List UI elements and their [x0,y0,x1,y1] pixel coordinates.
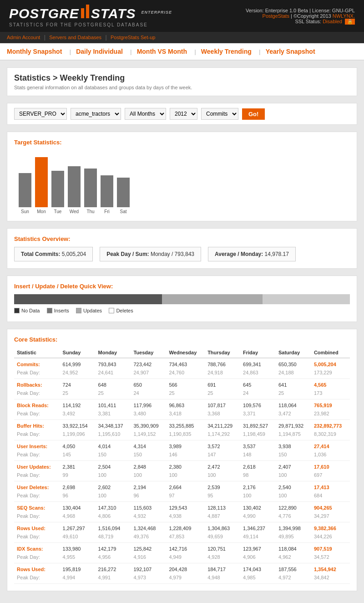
table-row: SEQ Scans:130,404147,310115,603129,54312… [14,502,350,512]
stat-value: 1,228,409 [166,522,205,533]
peak-label: Peak Day: [14,430,60,440]
col-header-thursday: Thursday [205,347,240,358]
go-button[interactable]: Go! [242,108,265,120]
stat-value: 4,050 [60,440,96,451]
bar-label-sat: Sat [120,209,126,214]
peak-value: 99 [60,471,96,481]
stat-value: 109,576 [240,399,276,410]
stat-value: 129,543 [166,502,205,512]
yearly-snapshot-link[interactable]: Yearly Snapshot [266,48,315,55]
table-row: Block Reads:114,192101,411117,99696,8631… [14,399,350,410]
stat-value: 1,324,468 [131,522,166,533]
stat-value: 2,664 [166,481,205,492]
admin-account-link[interactable]: Admin Account [7,35,40,40]
stat-value: 96,863 [166,399,205,410]
monthly-snapshot-link[interactable]: Monthly Snapshot [7,48,62,55]
stat-value: 17,413 [311,481,350,492]
stat-value: 195,819 [60,563,96,574]
peak-label: Peak Day: [14,491,60,502]
peak-value: 4,949 [166,553,205,563]
stat-value: 2,407 [276,461,311,471]
no-data-swatch [14,308,20,313]
total-commits-value: 5,005,204 [62,251,86,257]
core-stats-title: Core Statistics: [14,336,350,343]
peak-value: 4,916 [131,553,166,563]
inserts-bar [162,294,263,304]
svg-rect-0 [81,8,84,18]
peak-value: 4,932 [131,512,166,522]
postgrestats-setup-link[interactable]: PostgreStats Set-up [111,35,155,40]
stat-value: 122,890 [276,502,311,512]
stat-value: 793,843 [96,358,131,368]
servers-databases-link[interactable]: Servers and Databases [49,35,101,40]
table-row: Buffer Hits:33,922,15434,348,13735,390,9… [14,420,350,430]
server-select[interactable]: SERVER_PRO [14,108,67,120]
table-header-row: StatisticSundayMondayTuesdayWednesdayThu… [14,347,350,358]
quick-view-legend: No Data Inserts Updates Deletes [14,308,350,315]
peak-value: 4,994 [60,573,96,584]
stat-value: 187,556 [276,563,311,574]
stat-value: 724 [60,379,96,389]
peak-value: 173,229 [311,368,350,379]
stat-value: 699,341 [240,358,276,368]
col-header-combined: Combined [311,347,350,358]
stat-value: 907,519 [311,543,350,553]
peak-day-label: Peak Day / Sum: [106,251,149,257]
peak-value: 24,641 [96,368,131,379]
months-select[interactable]: All Months [125,108,166,120]
stat-name: IDX Scans: [14,543,60,553]
postgrestats-link[interactable]: PostgeStats [263,13,289,19]
stat-name: SEQ Scans: [14,502,60,512]
peak-value: 1,174,292 [205,430,240,440]
bar-chart: SunMonTueWedThuFriSat [14,150,350,214]
table-row: Rows Used:1,267,2971,516,0941,324,4681,2… [14,522,350,533]
peak-value: 4,973 [131,573,166,584]
stat-value: 128,113 [205,502,240,512]
stat-value: 2,504 [96,461,131,471]
peak-value: 146 [166,450,205,461]
stat-name: User Updates: [14,461,60,471]
nav-bar: Admin Account | Servers and Databases | … [0,32,364,43]
peak-value: 4,962 [276,553,311,563]
peak-label: Peak Day: [14,553,60,563]
bar-col-sat: Sat [117,178,130,214]
chart-section: Target Statistics: SunMonTueWedThuFriSat [7,132,357,221]
nav-sep-1: | [44,34,47,41]
stat-value: 184,717 [205,563,240,574]
stat-value: 33,922,154 [60,420,96,430]
col-header-statistic: Statistic [14,347,60,358]
stat-value: 130,402 [240,502,276,512]
table-row: User Inserts:4,0504,0144,3143,9893,5723,… [14,440,350,451]
stat-value: 1,516,094 [96,522,131,533]
weekly-trending-link[interactable]: Weekly Trending [201,48,252,55]
peak-label: Peak Day: [14,532,60,543]
database-select[interactable]: acme_tractors [71,108,121,120]
stat-value: 31,892,527 [240,420,276,430]
bar-col-thu: Thu [84,169,97,214]
peak-value: 4,985 [240,573,276,584]
daily-individual-link[interactable]: Daily Individual [76,48,123,55]
core-stats-table: StatisticSundayMondayTuesdayWednesdayThu… [14,347,350,584]
stat-name: Rows Used: [14,563,60,574]
stat-value: 650 [131,379,166,389]
peak-value: 25 [96,389,131,399]
month-vs-month-link[interactable]: Month VS Month [137,48,187,55]
stat-value: 204,428 [166,563,205,574]
peak-value: 25 [60,389,96,399]
stat-value: 788,766 [205,358,240,368]
bar-label-wed: Wed [70,209,79,214]
nwlynx-link[interactable]: NWLYNX. [333,13,355,19]
stat-value: 114,192 [60,399,96,410]
stat-value: 232,892,773 [311,420,350,430]
table-row: Peak Day:1,199,0961,195,6101,149,1521,19… [14,430,350,440]
peak-value: 98 [240,471,276,481]
peak-value: 4,956 [96,553,131,563]
stat-value: 2,194 [131,481,166,492]
main-nav-sep-4: | [259,49,262,55]
year-select[interactable]: 2012 [170,108,197,120]
peak-value: 150 [276,450,311,461]
stat-name: Commits: [14,358,60,368]
metric-select[interactable]: Commits [201,108,238,120]
logo-stats: STATS [91,6,136,21]
stat-value: 2,176 [240,481,276,492]
